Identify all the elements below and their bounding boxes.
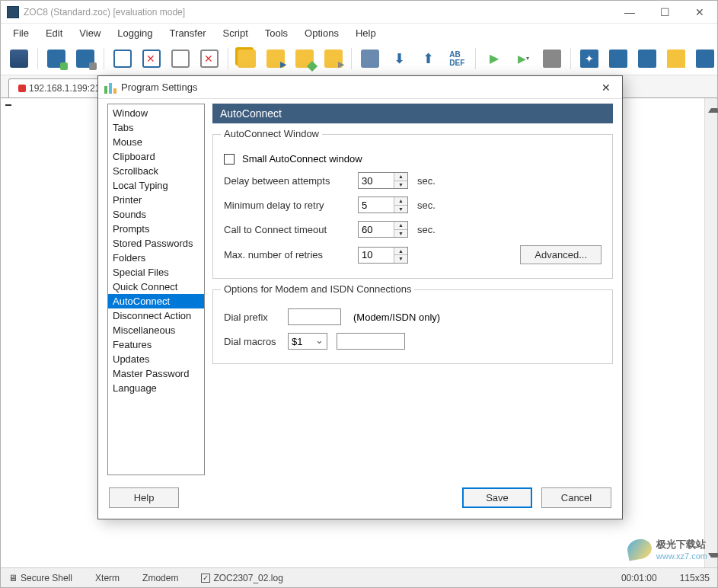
status-term: Xterm	[95, 573, 120, 583]
timeout-spin-down[interactable]: ▼	[394, 230, 407, 238]
delay-spin-down[interactable]: ▼	[394, 181, 407, 189]
max-retries-spin-up[interactable]: ▲	[394, 248, 407, 256]
category-local-typing[interactable]: Local Typing	[108, 178, 204, 193]
help-button[interactable]: Help	[109, 487, 179, 508]
print-icon[interactable]	[358, 46, 382, 71]
connect-icon[interactable]	[44, 46, 69, 71]
prefix-input[interactable]	[288, 308, 341, 325]
small-window-checkbox[interactable]	[224, 154, 235, 165]
paste-edit-icon[interactable]	[292, 46, 317, 71]
category-printer[interactable]: Printer	[108, 193, 204, 207]
menu-edit[interactable]: Edit	[38, 25, 70, 41]
category-scrollback[interactable]: Scrollback	[108, 164, 204, 178]
group2-title: Options for Modem and ISDN Connections	[221, 283, 414, 295]
status-log[interactable]: ✓ ZOC2307_02.log	[201, 573, 282, 583]
terminal-icon[interactable]	[693, 46, 717, 71]
max-retries-spinbox[interactable]: ▲▼	[358, 247, 408, 264]
dialog-footer: Help Save Cancel	[98, 480, 622, 519]
category-updates[interactable]: Updates	[108, 352, 204, 366]
cancel-button[interactable]: Cancel	[541, 487, 611, 508]
max-retries-input[interactable]	[359, 248, 394, 263]
minimize-button[interactable]: —	[612, 1, 647, 24]
min-retry-spinbox[interactable]: ▲▼	[358, 197, 408, 213]
menu-tools[interactable]: Tools	[257, 25, 295, 41]
close-button[interactable]: ✕	[682, 1, 717, 24]
target-icon[interactable]: ✦	[577, 46, 602, 71]
dialog-close-button[interactable]: ✕	[590, 76, 622, 99]
macros-select[interactable]: $1	[288, 333, 327, 350]
category-tabs[interactable]: Tabs	[108, 120, 204, 135]
category-miscellaneous[interactable]: Miscellaneous	[108, 323, 204, 337]
doc-icon[interactable]	[110, 46, 135, 71]
menu-view[interactable]: View	[72, 25, 108, 41]
min-retry-spin-down[interactable]: ▼	[394, 206, 407, 213]
category-special-files[interactable]: Special Files	[108, 265, 204, 280]
maximize-button[interactable]: ☐	[647, 1, 682, 24]
doc-tab-1[interactable]: 192.168.1.199:21	[8, 78, 110, 97]
category-window[interactable]: Window	[108, 106, 204, 120]
timeout-input[interactable]	[359, 222, 394, 237]
category-folders[interactable]: Folders	[108, 251, 204, 265]
save-button[interactable]: Save	[462, 487, 532, 508]
category-language[interactable]: Language	[108, 381, 204, 395]
upload-icon[interactable]: ⬆	[416, 46, 440, 71]
main-titlebar: ZOC8 (Standard.zoc) [evaluation mode] — …	[1, 1, 717, 24]
copy-icon[interactable]	[235, 46, 259, 71]
prefix-hint: (Modem/ISDN only)	[353, 312, 440, 323]
settings-icon[interactable]	[606, 46, 630, 71]
category-sounds[interactable]: Sounds	[108, 207, 204, 222]
category-list[interactable]: Window Tabs Mouse Clipboard Scrollback L…	[107, 104, 205, 475]
delay-spin-up[interactable]: ▲	[394, 173, 407, 181]
paste-next-icon[interactable]: ▶	[321, 46, 346, 71]
menu-transfer[interactable]: Transfer	[162, 25, 214, 41]
toolbar: ✕ ✕ ▶ ▶ ⬇ ⬆ ABDEF ▶ ▶▾ ✦	[1, 42, 717, 75]
min-retry-input[interactable]	[359, 197, 394, 213]
category-master-password[interactable]: Master Password	[108, 366, 204, 381]
hostdir-icon[interactable]	[7, 46, 31, 71]
play-icon[interactable]: ▶	[482, 46, 506, 71]
delay-spinbox[interactable]: ▲▼	[358, 172, 408, 189]
doc-delete-icon[interactable]: ✕	[139, 46, 164, 71]
vertical-scrollbar[interactable]	[704, 98, 717, 567]
folder-icon[interactable]	[664, 46, 688, 71]
category-disconnect-action[interactable]: Disconnect Action	[108, 308, 204, 323]
category-stored-passwords[interactable]: Stored Passwords	[108, 236, 204, 251]
docalt-delete-icon[interactable]: ✕	[197, 46, 222, 71]
category-mouse[interactable]: Mouse	[108, 135, 204, 149]
play-dropdown-icon[interactable]: ▶▾	[511, 46, 535, 71]
category-features[interactable]: Features	[108, 337, 204, 352]
delay-unit: sec.	[417, 175, 436, 187]
category-prompts[interactable]: Prompts	[108, 222, 204, 236]
pane-title: AutoConnect	[212, 104, 613, 123]
category-autoconnect[interactable]: AutoConnect	[108, 294, 204, 308]
download-icon[interactable]: ⬇	[387, 46, 411, 71]
menubar: File Edit View Logging Transfer Script T…	[1, 24, 717, 42]
menu-logging[interactable]: Logging	[110, 25, 160, 41]
timeout-spin-up[interactable]: ▲	[394, 222, 407, 230]
stop-icon[interactable]	[540, 46, 564, 71]
min-retry-unit: sec.	[417, 200, 436, 211]
font-icon[interactable]: ABDEF	[445, 46, 469, 71]
menu-options[interactable]: Options	[297, 25, 346, 41]
macros-input[interactable]	[337, 333, 405, 350]
category-clipboard[interactable]: Clipboard	[108, 149, 204, 164]
docalt-icon[interactable]	[168, 46, 193, 71]
group1-title: AutoConnect Window	[221, 128, 322, 139]
menu-help[interactable]: Help	[348, 25, 384, 41]
menu-script[interactable]: Script	[215, 25, 256, 41]
delay-input[interactable]	[359, 173, 394, 188]
prefix-label: Dial prefix	[224, 312, 283, 323]
max-retries-spin-down[interactable]: ▼	[394, 255, 407, 263]
dialog-icon	[104, 81, 116, 94]
disconnect-icon[interactable]	[73, 46, 97, 71]
panel-icon[interactable]	[635, 46, 659, 71]
min-retry-spin-up[interactable]: ▲	[394, 197, 407, 206]
category-quick-connect[interactable]: Quick Connect	[108, 280, 204, 294]
modem-isdn-group: Options for Modem and ISDN Connections D…	[212, 289, 613, 364]
cursor-icon	[5, 104, 11, 106]
advanced-button[interactable]: Advanced...	[520, 245, 602, 264]
timeout-spinbox[interactable]: ▲▼	[358, 221, 408, 238]
menu-file[interactable]: File	[5, 25, 37, 41]
paste-in-icon[interactable]: ▶	[263, 46, 288, 71]
small-window-label: Small AutoConnect window	[242, 153, 362, 165]
